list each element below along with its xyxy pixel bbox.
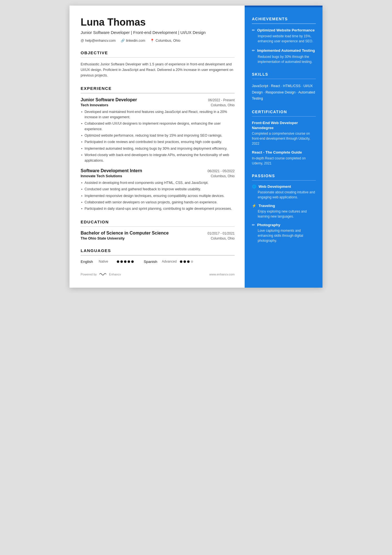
edu-header: Bachelor of Science in Computer Science …	[81, 231, 235, 236]
bullet-item: Participated in code reviews and contrib…	[81, 139, 235, 145]
experience-title: EXPERIENCE	[81, 86, 235, 91]
passion-1: 🌐 Web Development Passionate about creat…	[252, 184, 316, 200]
languages-row: English Native Spanish Advanced	[81, 260, 235, 264]
cert-2-desc: In-depth React course completed on Udemy…	[252, 156, 316, 166]
contact-location: 📍 Columbus, Ohio	[150, 39, 180, 43]
linkedin-icon: 🔗	[121, 39, 125, 43]
job-2-header: Software Development Intern 06/2021 - 05…	[81, 168, 235, 173]
contact-linkedin: 🔗 linkedin.com	[121, 39, 145, 43]
footer-website: www.enhancv.com	[209, 273, 235, 276]
job-2: Software Development Intern 06/2021 - 05…	[81, 168, 235, 212]
passion-3: ✏ Photography Love capturing moments and…	[252, 223, 316, 243]
footer-brand: Powered by Enhancv	[81, 272, 121, 277]
certification-section: CERTIFICATION Front-End Web Developer Na…	[252, 110, 316, 166]
achievement-2-desc: Reduced bugs by 30% through the implemen…	[252, 54, 316, 64]
edu-location: Columbus, Ohio	[211, 236, 235, 240]
achievement-2: ✏ Implemented Automated Testing Reduced …	[252, 48, 316, 64]
edu-degree: Bachelor of Science in Computer Science	[81, 231, 169, 236]
bullet-item: Assisted in developing front-end compone…	[81, 180, 235, 186]
cert-1-title: Front-End Web Developer Nanodegree	[252, 120, 316, 130]
job-1-location: Columbus, Ohio	[211, 103, 235, 107]
job-1-org: Tech Innovators	[81, 103, 108, 107]
passion-3-desc: Love capturing moments and enhancing ski…	[252, 228, 316, 243]
passion-2-icon: ⚡	[252, 204, 256, 208]
achievement-2-icon: ✏	[252, 48, 255, 53]
experience-divider	[81, 93, 235, 93]
job-2-org-row: Innovate Tech Solutions Columbus, Ohio	[81, 174, 235, 178]
resume-container: Luna Thomas Junior Software Developer | …	[70, 6, 322, 288]
passion-1-title-row: 🌐 Web Development	[252, 184, 316, 189]
objective-text: Enthusiastic Junior Software Developer w…	[81, 61, 235, 78]
passion-2-title-row: ⚡ Traveling	[252, 204, 316, 208]
edu-dates: 01/2017 - 01/2021	[208, 231, 235, 235]
cert-2-title: React - The Complete Guide	[252, 150, 316, 155]
job-2-location: Columbus, Ohio	[211, 174, 235, 178]
lang-english: English Native	[81, 260, 134, 264]
education-title: EDUCATION	[81, 219, 235, 224]
passions-section: PASSIONS 🌐 Web Development Passionate ab…	[252, 174, 316, 243]
email-text: help@enhancv.com	[85, 39, 116, 43]
edu-school-row: The Ohio State University Columbus, Ohio	[81, 236, 235, 240]
bullet-item: Collaborated with senior developers on v…	[81, 200, 235, 205]
linkedin-text: linkedin.com	[126, 39, 145, 43]
edu-school: The Ohio State University	[81, 236, 125, 240]
location-text: Columbus, Ohio	[155, 39, 180, 43]
bullet-item: Implemented responsive design techniques…	[81, 193, 235, 199]
enhancv-logo-icon	[98, 272, 107, 277]
passion-2-desc: Enjoy exploring new cultures and learnin…	[252, 209, 316, 219]
lang-english-name: English	[81, 260, 96, 264]
lang-spanish: Spanish Advanced	[144, 260, 193, 264]
dot	[120, 260, 123, 263]
education-divider	[81, 226, 235, 227]
objective-divider	[81, 57, 235, 58]
lang-spanish-dots	[180, 260, 193, 263]
left-column: Luna Thomas Junior Software Developer | …	[70, 6, 245, 288]
achievements-divider	[252, 23, 316, 24]
candidate-name: Luna Thomas	[81, 17, 235, 28]
achievement-1: ✏ Optimized Website Performance Improved…	[252, 28, 316, 44]
languages-divider	[81, 255, 235, 256]
education-section: EDUCATION Bachelor of Science in Compute…	[81, 219, 235, 241]
job-2-bullets: Assisted in developing front-end compone…	[81, 180, 235, 212]
passion-2-title: Traveling	[259, 204, 275, 208]
languages-title: LANGUAGES	[81, 248, 235, 253]
passion-2: ⚡ Traveling Enjoy exploring new cultures…	[252, 204, 316, 219]
brand-name: Enhancv	[109, 273, 121, 276]
certification-divider	[252, 116, 316, 117]
achievement-1-title: Optimized Website Performance	[257, 28, 315, 33]
passion-1-desc: Passionate about creating intuitive and …	[252, 190, 316, 200]
bullet-item: Worked closely with back-end developers …	[81, 152, 235, 163]
achievements-section: ACHIEVEMENTS ✏ Optimized Website Perform…	[252, 17, 316, 64]
passion-3-title: Photography	[257, 223, 280, 227]
bullet-item: Optimized website performance, reducing …	[81, 133, 235, 138]
passion-1-title: Web Development	[259, 184, 291, 189]
skills-section: SKILLS JavaScript · React · HTML/CSS · U…	[252, 72, 316, 102]
skills-text: JavaScript · React · HTML/CSS · UI/UX De…	[252, 83, 316, 102]
cert-2: React - The Complete Guide In-depth Reac…	[252, 150, 316, 166]
experience-section: EXPERIENCE Junior Software Developer 06/…	[81, 86, 235, 212]
job-1-header: Junior Software Developer 06/2022 - Pres…	[81, 97, 235, 102]
passion-1-icon: 🌐	[252, 184, 256, 189]
job-1-bullets: Developed and maintained front-end featu…	[81, 109, 235, 163]
achievement-1-title-row: ✏ Optimized Website Performance	[252, 28, 316, 33]
passion-3-icon: ✏	[252, 223, 255, 227]
bullet-item: Participated in daily stand-ups and spri…	[81, 206, 235, 211]
achievement-2-title: Implemented Automated Testing	[257, 48, 315, 53]
dot	[124, 260, 126, 263]
cert-1: Front-End Web Developer Nanodegree Compl…	[252, 120, 316, 146]
dot	[117, 260, 119, 263]
candidate-title: Junior Software Developer | Front-end De…	[81, 29, 235, 35]
job-1-role: Junior Software Developer	[81, 97, 137, 102]
job-2-dates: 06/2021 - 05/2022	[208, 169, 235, 173]
lang-spanish-name: Spanish	[144, 260, 159, 264]
bullet-item: Implemented automated testing, reducing …	[81, 146, 235, 151]
contact-email: @ help@enhancv.com	[81, 39, 116, 43]
skills-title: SKILLS	[252, 72, 316, 77]
dot	[131, 260, 134, 263]
job-2-role: Software Development Intern	[81, 168, 142, 173]
certification-title: CERTIFICATION	[252, 110, 316, 114]
passions-title: PASSIONS	[252, 174, 316, 178]
contact-info: @ help@enhancv.com 🔗 linkedin.com 📍 Colu…	[81, 39, 235, 43]
job-1: Junior Software Developer 06/2022 - Pres…	[81, 97, 235, 163]
passions-divider	[252, 180, 316, 181]
